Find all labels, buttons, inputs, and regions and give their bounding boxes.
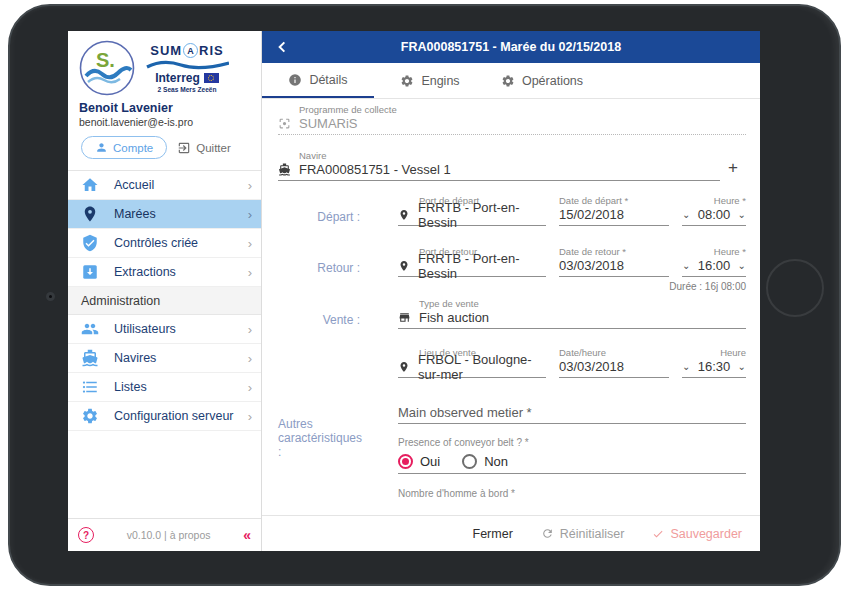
help-icon[interactable]: ? — [78, 527, 94, 543]
chevron-right-icon: › — [248, 351, 252, 366]
other-features-row: Autres caractéristiques : Main observed … — [278, 404, 746, 499]
sidebar-item-extractions[interactable]: Extractions › — [68, 258, 261, 287]
list-icon — [81, 378, 99, 396]
page-title: FRA000851751 - Marée du 02/15/2018 — [262, 40, 760, 54]
gear-icon — [501, 74, 515, 88]
shield-check-icon — [81, 234, 99, 252]
brand-tagline: 2 Seas Mers Zeeën — [141, 86, 233, 93]
chevron-right-icon: › — [248, 265, 252, 280]
vessel-input[interactable]: FRA000851751 - Vessel 1 — [278, 161, 720, 181]
account-button[interactable]: Compte — [81, 136, 167, 159]
tablet-ring-detail — [766, 259, 824, 317]
sidebar-menu: Accueil › Marées › Contrôles criée › Ext… — [68, 170, 261, 431]
profile-block: S. SUMARIS Interreg 2 Seas Mers Ze — [68, 31, 261, 170]
departure-port-input[interactable]: FRRTB - Port-en-Bessin — [398, 206, 546, 226]
sale-date-input[interactable]: 03/03/2018 — [559, 358, 669, 378]
chevron-down-icon[interactable]: ⌄ — [738, 261, 746, 271]
brand-text: SUM — [150, 43, 182, 58]
app-screen: S. SUMARIS Interreg 2 Seas Mers Ze — [68, 31, 760, 551]
interreg-label: Interreg — [155, 71, 200, 85]
chevron-down-icon[interactable]: ⌄ — [738, 362, 746, 372]
gear-icon — [81, 407, 99, 425]
svg-text:S.: S. — [96, 49, 115, 71]
check-icon — [652, 528, 664, 540]
wave-icon — [145, 59, 229, 70]
departure-date-input[interactable]: 15/02/2018 — [559, 206, 669, 226]
collapse-sidebar-icon[interactable]: « — [243, 527, 251, 543]
sale-time-input[interactable]: ⌄ 16:30 ⌄ — [682, 358, 746, 378]
brand-a-badge: A — [183, 43, 198, 58]
program-label: Programme de collecte — [278, 104, 746, 115]
chevron-down-icon[interactable]: ⌄ — [682, 362, 690, 372]
eu-flag-icon — [204, 73, 219, 83]
chevron-down-icon[interactable]: ⌄ — [682, 210, 690, 220]
sidebar-item-configuration-serveur[interactable]: Configuration serveur › — [68, 402, 261, 431]
metier-input[interactable]: Main observed metier * — [398, 404, 746, 424]
sidebar-item-navires[interactable]: Navires › — [68, 344, 261, 373]
sidebar-footer: ? v0.10.0 | à propos « — [68, 518, 261, 551]
save-button[interactable]: Sauvegarder — [652, 527, 742, 541]
sidebar-item-listes[interactable]: Listes › — [68, 373, 261, 402]
add-vessel-button[interactable]: + — [720, 158, 746, 181]
sale-type-input[interactable]: Fish auction — [398, 309, 746, 329]
sale-type-row: Vente : Type de vente Fish auction — [278, 298, 746, 329]
chevron-down-icon[interactable]: ⌄ — [738, 210, 746, 220]
return-row-label: Retour : — [278, 246, 398, 277]
sidebar-item-utilisateurs[interactable]: Utilisateurs › — [68, 315, 261, 344]
radio-non[interactable]: Non — [462, 454, 508, 469]
crew-count-label: Nombre d'homme à bord * — [398, 488, 746, 499]
user-name: Benoit Lavenier — [79, 101, 250, 115]
sidebar-item-accueil[interactable]: Accueil › — [68, 171, 261, 200]
other-features-label: Autres caractéristiques : — [278, 404, 398, 499]
return-time-input[interactable]: ⌄ 16:00 ⌄ — [682, 257, 746, 277]
chevron-right-icon: › — [248, 236, 252, 251]
tab-bar: Détails Engins Opérations — [262, 63, 760, 99]
return-port-input[interactable]: FRRTB - Port-en-Bessin — [398, 257, 546, 277]
reset-button[interactable]: Réinitialiser — [541, 527, 625, 541]
tab-operations[interactable]: Opérations — [486, 63, 598, 98]
pin-icon — [398, 361, 410, 373]
conveyor-field: Presence of conveyor belt ? * Oui Non — [398, 437, 746, 474]
program-value: SUMARiS — [278, 115, 746, 135]
close-button[interactable]: Fermer — [473, 527, 513, 541]
sale-row-label: Vente : — [278, 298, 398, 329]
radio-unselected-icon — [462, 454, 477, 469]
chevron-right-icon: › — [248, 207, 252, 222]
tab-details[interactable]: Détails — [262, 63, 374, 98]
departure-time-input[interactable]: ⌄ 08:00 ⌄ — [682, 206, 746, 226]
sidebar-item-controles-criee[interactable]: Contrôles criée › — [68, 229, 261, 258]
return-date-input[interactable]: 03/03/2018 — [559, 257, 669, 277]
gear-icon — [400, 74, 414, 88]
people-icon — [81, 320, 99, 338]
store-icon — [398, 311, 411, 324]
chevron-down-icon[interactable]: ⌄ — [682, 261, 690, 271]
back-button[interactable] — [275, 31, 289, 63]
program-field: Programme de collecte SUMARiS — [278, 104, 746, 135]
vessel-label: Navire — [278, 150, 720, 161]
boat-icon — [278, 163, 291, 176]
tab-engins[interactable]: Engins — [374, 63, 486, 98]
home-icon — [81, 176, 99, 194]
return-row: Retour : Port de retour FRRTB - Port-en-… — [278, 246, 746, 277]
radio-oui[interactable]: Oui — [398, 454, 440, 469]
chevron-right-icon: › — [248, 322, 252, 337]
app-version[interactable]: v0.10.0 | à propos — [94, 529, 243, 541]
chevron-right-icon: › — [248, 178, 252, 193]
tablet-camera — [46, 292, 55, 301]
chevron-right-icon: › — [248, 380, 252, 395]
vessel-field-row: Navire FRA000851751 - Vessel 1 + — [278, 150, 746, 181]
avatar: S. — [79, 40, 135, 96]
sale-place-input[interactable]: FRBOL - Boulogne-sur-mer — [398, 358, 546, 378]
pin-icon — [81, 205, 99, 223]
main-panel: FRA000851751 - Marée du 02/15/2018 Détai… — [262, 31, 760, 551]
boat-icon — [81, 349, 99, 367]
pin-icon — [398, 260, 410, 272]
departure-row-label: Départ : — [278, 195, 398, 226]
exit-icon — [177, 141, 191, 155]
form-footer: Fermer Réinitialiser Sauvegarder — [262, 515, 760, 551]
logout-button[interactable]: Quitter — [175, 137, 233, 159]
brand-text: RIS — [199, 43, 224, 58]
trip-duration: Durée : 16j 08:00 — [278, 281, 746, 292]
sidebar-item-marees[interactable]: Marées › — [68, 200, 261, 229]
download-icon — [81, 263, 99, 281]
